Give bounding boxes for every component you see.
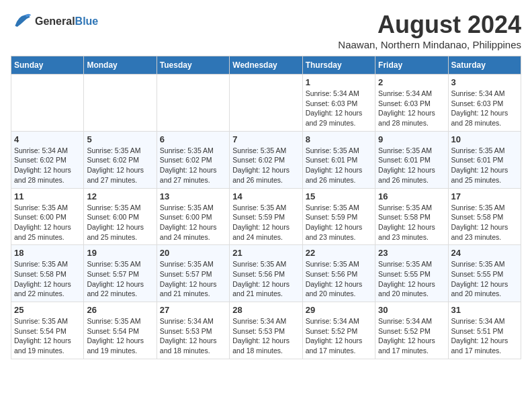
day-info: Sunrise: 5:34 AMSunset: 6:02 PMDaylight:…: [14, 146, 81, 185]
weekday-header-saturday: Saturday: [448, 56, 521, 75]
calendar-cell: [230, 75, 302, 132]
week-row-3: 11Sunrise: 5:35 AMSunset: 6:00 PMDayligh…: [11, 188, 521, 245]
logo-text: GeneralBlue: [35, 15, 98, 28]
day-number: 28: [232, 305, 299, 315]
day-number: 6: [160, 134, 226, 144]
day-number: 1: [306, 77, 372, 87]
day-info: Sunrise: 5:34 AMSunset: 6:03 PMDaylight:…: [378, 89, 445, 128]
title-block: August 2024 Naawan, Northern Mindanao, P…: [338, 11, 521, 50]
calendar-cell: 16Sunrise: 5:35 AMSunset: 5:58 PMDayligh…: [375, 188, 448, 245]
day-number: 10: [451, 134, 518, 144]
day-info: Sunrise: 5:35 AMSunset: 5:59 PMDaylight:…: [232, 203, 299, 242]
calendar-cell: 7Sunrise: 5:35 AMSunset: 6:02 PMDaylight…: [230, 131, 302, 188]
day-number: 25: [14, 305, 81, 315]
day-info: Sunrise: 5:35 AMSunset: 6:02 PMDaylight:…: [87, 146, 153, 185]
day-info: Sunrise: 5:35 AMSunset: 6:02 PMDaylight:…: [160, 146, 226, 185]
week-row-4: 18Sunrise: 5:35 AMSunset: 5:58 PMDayligh…: [11, 245, 521, 302]
weekday-header-row: SundayMondayTuesdayWednesdayThursdayFrid…: [11, 56, 521, 75]
day-info: Sunrise: 5:34 AMSunset: 5:51 PMDaylight:…: [451, 316, 518, 356]
day-info: Sunrise: 5:35 AMSunset: 6:02 PMDaylight:…: [232, 146, 299, 185]
calendar-cell: 2Sunrise: 5:34 AMSunset: 6:03 PMDaylight…: [375, 75, 448, 132]
day-info: Sunrise: 5:35 AMSunset: 5:57 PMDaylight:…: [160, 259, 226, 299]
day-info: Sunrise: 5:35 AMSunset: 5:58 PMDaylight:…: [14, 259, 81, 299]
day-info: Sunrise: 5:35 AMSunset: 6:00 PMDaylight:…: [160, 203, 226, 242]
day-info: Sunrise: 5:35 AMSunset: 5:55 PMDaylight:…: [378, 259, 445, 299]
weekday-header-wednesday: Wednesday: [230, 56, 302, 75]
calendar-cell: 23Sunrise: 5:35 AMSunset: 5:55 PMDayligh…: [375, 245, 448, 302]
week-row-1: 1Sunrise: 5:34 AMSunset: 6:03 PMDaylight…: [11, 75, 521, 132]
calendar-cell: 20Sunrise: 5:35 AMSunset: 5:57 PMDayligh…: [157, 245, 229, 302]
day-info: Sunrise: 5:34 AMSunset: 5:53 PMDaylight:…: [160, 316, 226, 356]
calendar-cell: 3Sunrise: 5:34 AMSunset: 6:03 PMDaylight…: [448, 75, 521, 132]
calendar-cell: [11, 75, 84, 132]
calendar-cell: 28Sunrise: 5:34 AMSunset: 5:53 PMDayligh…: [230, 302, 302, 359]
day-info: Sunrise: 5:35 AMSunset: 6:01 PMDaylight:…: [451, 146, 518, 185]
calendar-cell: 26Sunrise: 5:35 AMSunset: 5:54 PMDayligh…: [84, 302, 157, 359]
day-info: Sunrise: 5:35 AMSunset: 6:01 PMDaylight:…: [378, 146, 445, 185]
day-number: 18: [14, 248, 81, 258]
day-number: 15: [306, 191, 372, 201]
day-number: 22: [306, 248, 372, 258]
page-title: August 2024: [338, 11, 521, 39]
calendar-cell: 22Sunrise: 5:35 AMSunset: 5:56 PMDayligh…: [302, 245, 375, 302]
calendar-cell: 12Sunrise: 5:35 AMSunset: 6:00 PMDayligh…: [84, 188, 157, 245]
calendar-table: SundayMondayTuesdayWednesdayThursdayFrid…: [11, 56, 521, 359]
weekday-header-monday: Monday: [84, 56, 157, 75]
day-number: 4: [14, 134, 81, 144]
day-number: 23: [378, 248, 445, 258]
day-number: 3: [451, 77, 518, 87]
calendar-cell: 30Sunrise: 5:34 AMSunset: 5:52 PMDayligh…: [375, 302, 448, 359]
calendar-cell: 13Sunrise: 5:35 AMSunset: 6:00 PMDayligh…: [157, 188, 229, 245]
page-subtitle: Naawan, Northern Mindanao, Philippines: [338, 39, 521, 50]
logo-icon: [11, 11, 32, 32]
calendar-cell: 19Sunrise: 5:35 AMSunset: 5:57 PMDayligh…: [84, 245, 157, 302]
calendar-cell: 10Sunrise: 5:35 AMSunset: 6:01 PMDayligh…: [448, 131, 521, 188]
week-row-2: 4Sunrise: 5:34 AMSunset: 6:02 PMDaylight…: [11, 131, 521, 188]
day-info: Sunrise: 5:34 AMSunset: 5:52 PMDaylight:…: [378, 316, 445, 356]
calendar-cell: 1Sunrise: 5:34 AMSunset: 6:03 PMDaylight…: [302, 75, 375, 132]
day-info: Sunrise: 5:35 AMSunset: 5:58 PMDaylight:…: [451, 203, 518, 242]
week-row-5: 25Sunrise: 5:35 AMSunset: 5:54 PMDayligh…: [11, 302, 521, 359]
day-info: Sunrise: 5:35 AMSunset: 5:54 PMDaylight:…: [14, 316, 81, 356]
day-info: Sunrise: 5:34 AMSunset: 5:52 PMDaylight:…: [306, 316, 372, 356]
day-info: Sunrise: 5:35 AMSunset: 6:01 PMDaylight:…: [306, 146, 372, 185]
calendar-cell: 24Sunrise: 5:35 AMSunset: 5:55 PMDayligh…: [448, 245, 521, 302]
day-number: 9: [378, 134, 445, 144]
day-number: 7: [232, 134, 299, 144]
calendar-cell: [157, 75, 229, 132]
day-number: 31: [451, 305, 518, 315]
calendar-cell: [84, 75, 157, 132]
calendar-body: 1Sunrise: 5:34 AMSunset: 6:03 PMDaylight…: [11, 75, 521, 359]
day-info: Sunrise: 5:35 AMSunset: 5:58 PMDaylight:…: [378, 203, 445, 242]
calendar-cell: 9Sunrise: 5:35 AMSunset: 6:01 PMDaylight…: [375, 131, 448, 188]
calendar-cell: 5Sunrise: 5:35 AMSunset: 6:02 PMDaylight…: [84, 131, 157, 188]
day-info: Sunrise: 5:34 AMSunset: 6:03 PMDaylight:…: [306, 89, 372, 128]
day-info: Sunrise: 5:35 AMSunset: 5:54 PMDaylight:…: [87, 316, 153, 356]
calendar-cell: 8Sunrise: 5:35 AMSunset: 6:01 PMDaylight…: [302, 131, 375, 188]
day-number: 2: [378, 77, 445, 87]
day-number: 16: [378, 191, 445, 201]
calendar-cell: 11Sunrise: 5:35 AMSunset: 6:00 PMDayligh…: [11, 188, 84, 245]
day-number: 14: [232, 191, 299, 201]
day-info: Sunrise: 5:34 AMSunset: 6:03 PMDaylight:…: [451, 89, 518, 128]
day-info: Sunrise: 5:35 AMSunset: 6:00 PMDaylight:…: [87, 203, 153, 242]
calendar-cell: 18Sunrise: 5:35 AMSunset: 5:58 PMDayligh…: [11, 245, 84, 302]
calendar-cell: 21Sunrise: 5:35 AMSunset: 5:56 PMDayligh…: [230, 245, 302, 302]
day-info: Sunrise: 5:35 AMSunset: 5:56 PMDaylight:…: [232, 259, 299, 299]
day-number: 19: [87, 248, 153, 258]
calendar-header: SundayMondayTuesdayWednesdayThursdayFrid…: [11, 56, 521, 75]
day-info: Sunrise: 5:34 AMSunset: 5:53 PMDaylight:…: [232, 316, 299, 356]
day-info: Sunrise: 5:35 AMSunset: 5:55 PMDaylight:…: [451, 259, 518, 299]
day-info: Sunrise: 5:35 AMSunset: 5:56 PMDaylight:…: [306, 259, 372, 299]
day-number: 21: [232, 248, 299, 258]
day-number: 17: [451, 191, 518, 201]
day-number: 24: [451, 248, 518, 258]
calendar-cell: 27Sunrise: 5:34 AMSunset: 5:53 PMDayligh…: [157, 302, 229, 359]
day-number: 8: [306, 134, 372, 144]
day-info: Sunrise: 5:35 AMSunset: 5:57 PMDaylight:…: [87, 259, 153, 299]
page-header: GeneralBlue August 2024 Naawan, Northern…: [11, 11, 521, 50]
day-number: 29: [306, 305, 372, 315]
weekday-header-thursday: Thursday: [302, 56, 375, 75]
day-number: 27: [160, 305, 226, 315]
calendar-cell: 31Sunrise: 5:34 AMSunset: 5:51 PMDayligh…: [448, 302, 521, 359]
